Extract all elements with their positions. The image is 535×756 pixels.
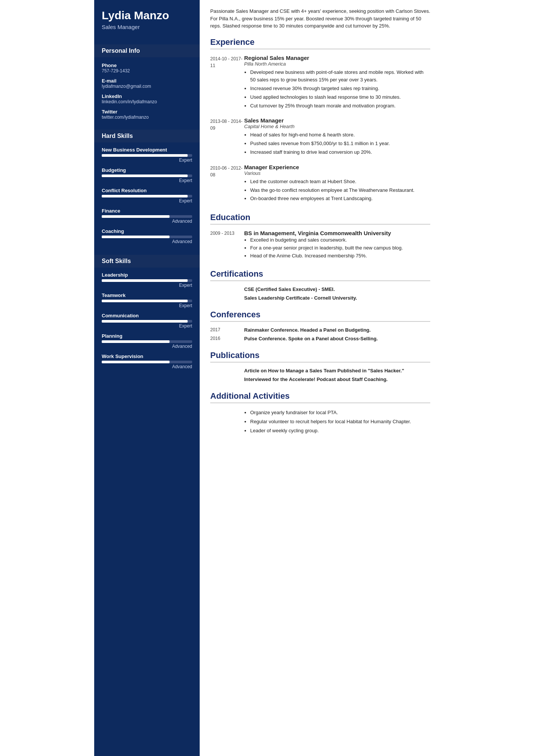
activity-item: Regular volunteer to recruit helpers for… [250, 418, 430, 426]
skill-bar-fill [102, 236, 170, 238]
hard-skill-item: Coaching Advanced [94, 228, 200, 248]
skill-name: Work Supervision [102, 354, 192, 359]
skill-level: Expert [102, 303, 192, 308]
bullet-item: Cut turnover by 25% through team morale … [250, 102, 430, 110]
edu-bullet: Head of the Anime Club. Increased member… [250, 252, 430, 260]
phone-value: 757-729-1432 [102, 68, 192, 73]
education-section: Education 2009 - 2013 BS in Management, … [210, 213, 430, 260]
conferences-container: 2017 Rainmaker Conference. Headed a Pane… [210, 327, 430, 341]
sidebar: Lydia Manzo Sales Manager Personal Info … [94, 0, 200, 756]
skill-level: Expert [102, 323, 192, 329]
skill-name: Budgeting [102, 167, 192, 173]
soft-skills-title: Soft Skills [94, 255, 200, 268]
certifications-section: Certifications CSE (Certified Sales Exec… [210, 269, 430, 301]
bullet-item: Developed new business with point-of-sal… [250, 69, 430, 84]
bullet-item: Head of sales for high-end home & hearth… [250, 131, 430, 139]
activity-item: Leader of weekly cycling group. [250, 427, 430, 435]
conf-year: 2017 [210, 327, 244, 333]
skill-bar-fill [102, 174, 188, 177]
hard-skill-item: Finance Advanced [94, 207, 200, 228]
linkedin-label: LinkedIn [102, 93, 192, 99]
bullet-item: Led the customer outreach team at Hubert… [250, 178, 430, 186]
skill-name: Coaching [102, 228, 192, 234]
candidate-title: Sales Manager [102, 24, 192, 30]
degree-title: BS in Management, Virginia Commonwealth … [244, 230, 430, 236]
skill-level: Advanced [102, 239, 192, 244]
skill-level: Advanced [102, 219, 192, 224]
soft-skills-section: Soft Skills Leadership Expert Teamwork E… [94, 255, 200, 373]
edu-bullet: Excelled in budgeting and sales coursewo… [250, 236, 430, 244]
phone-label: Phone [102, 63, 192, 68]
personal-info-title: Personal Info [94, 44, 200, 57]
exp-bullets: Led the customer outreach team at Hubert… [244, 178, 430, 203]
skill-bar-bg [102, 215, 192, 218]
experience-row: 2010-06 - 2012-08 Manager Experience Var… [210, 164, 430, 204]
candidate-name: Lydia Manzo [102, 9, 192, 22]
soft-skill-item: Leadership Expert [94, 271, 200, 292]
certifications-container: CSE (Certified Sales Executive) - SMEI.S… [210, 286, 430, 301]
skill-level: Advanced [102, 364, 192, 369]
bullet-item: On-boarded three new employees at Trent … [250, 195, 430, 203]
skill-bar-bg [102, 279, 192, 282]
additional-activities-section: Additional Activities Organize yearly fu… [210, 391, 430, 435]
soft-skill-item: Work Supervision Advanced [94, 353, 200, 373]
twitter-item: Twitter twitter.com/lydiafmanzo [94, 107, 200, 123]
linkedin-item: LinkedIn linkedin.com/in/lydiafmanzo [94, 92, 200, 107]
email-label: E-mail [102, 78, 192, 84]
skill-bar-fill [102, 279, 188, 282]
edu-date: 2009 - 2013 [210, 230, 244, 260]
email-item: E-mail lydiafmanzo@gmail.com [94, 77, 200, 92]
activity-item: Organize yearly fundraiser for local PTA… [250, 409, 430, 417]
certifications-title: Certifications [210, 269, 430, 281]
experience-row: 2014-10 - 2017-11 Regional Sales Manager… [210, 55, 430, 111]
skill-bar-bg [102, 236, 192, 238]
exp-date: 2010-06 - 2012-08 [210, 164, 244, 204]
skill-bar-fill [102, 320, 188, 323]
publications-section: Publications Article on How to Manage a … [210, 350, 430, 382]
education-title: Education [210, 213, 430, 225]
skill-name: Finance [102, 208, 192, 214]
soft-skills-container: Leadership Expert Teamwork Expert Commun… [94, 271, 200, 373]
exp-date: 2014-10 - 2017-11 [210, 55, 244, 111]
education-row: 2009 - 2013 BS in Management, Virginia C… [210, 230, 430, 260]
main-content: Passionate Sales Manager and CSE with 4+… [200, 0, 441, 756]
skill-bar-bg [102, 361, 192, 363]
skill-bar-bg [102, 195, 192, 197]
email-value: lydiafmanzo@gmail.com [102, 84, 192, 89]
bullet-item: Used applied technologies to slash lead … [250, 93, 430, 101]
job-title: Sales Manager [244, 117, 430, 124]
exp-content: Manager Experience Various Led the custo… [244, 164, 430, 204]
hard-skills-section: Hard Skills New Business Development Exp… [94, 130, 200, 248]
bullet-item: Pushed sales revenue from $750,000/yr to… [250, 140, 430, 148]
twitter-value: twitter.com/lydiafmanzo [102, 115, 192, 120]
twitter-label: Twitter [102, 109, 192, 115]
skill-bar-fill [102, 300, 188, 302]
certification-item: CSE (Certified Sales Executive) - SMEI. [210, 286, 430, 292]
certification-item: Sales Leadership Certificate - Cornell U… [210, 295, 430, 301]
skill-bar-fill [102, 154, 188, 157]
skill-bar-bg [102, 300, 192, 302]
bullet-item: Increased staff training to drive lead c… [250, 148, 430, 156]
bullet-item: Was the go-to conflict resolution employ… [250, 187, 430, 194]
phone-item: Phone 757-729-1432 [94, 61, 200, 77]
exp-content: Sales Manager Capital Home & Hearth Head… [244, 117, 430, 157]
company-name: Pilla North America [244, 61, 430, 67]
soft-skill-item: Communication Expert [94, 312, 200, 332]
skill-name: Leadership [102, 272, 192, 278]
exp-bullets: Developed new business with point-of-sal… [244, 69, 430, 110]
experience-section: Experience 2014-10 - 2017-11 Regional Sa… [210, 37, 430, 204]
hard-skill-item: New Business Development Expert [94, 146, 200, 167]
publications-title: Publications [210, 350, 430, 363]
personal-info-section: Personal Info Phone 757-729-1432 E-mail … [94, 44, 200, 123]
sidebar-header: Lydia Manzo Sales Manager [94, 0, 200, 38]
hard-skill-item: Conflict Resolution Expert [94, 187, 200, 207]
skill-bar-fill [102, 340, 170, 343]
skill-bar-fill [102, 195, 188, 197]
conference-row: 2017 Rainmaker Conference. Headed a Pane… [210, 327, 430, 333]
company-name: Various [244, 170, 430, 176]
experience-title: Experience [210, 37, 430, 49]
exp-date: 2013-08 - 2014-09 [210, 117, 244, 157]
skill-level: Advanced [102, 344, 192, 349]
linkedin-value: linkedin.com/in/lydiafmanzo [102, 99, 192, 104]
skill-name: Conflict Resolution [102, 188, 192, 193]
